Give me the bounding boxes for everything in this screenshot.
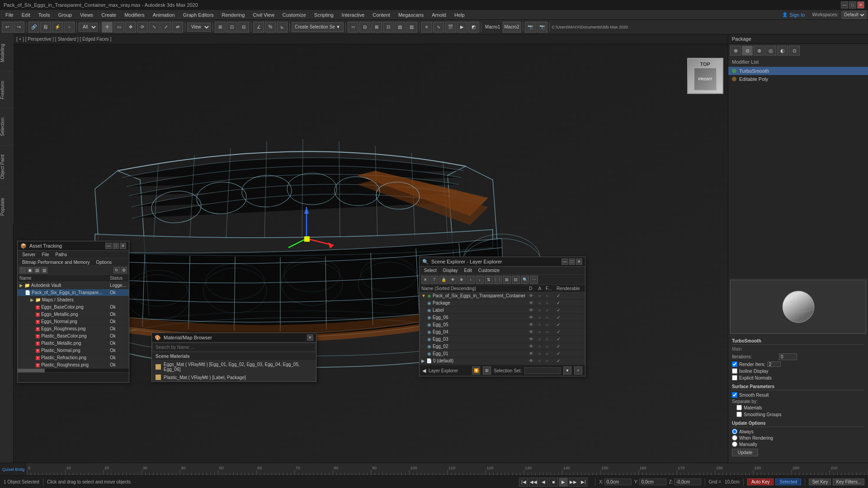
- spinner-snap-btn[interactable]: ⊾: [277, 22, 288, 33]
- menu-animation[interactable]: Animation: [149, 11, 179, 19]
- y-input[interactable]: [639, 479, 666, 485]
- se-row-2[interactable]: ◉Label👁○○✓: [420, 307, 585, 314]
- at-menu-paths[interactable]: Paths: [53, 252, 70, 258]
- render-setup-btn[interactable]: 🎬: [445, 22, 456, 33]
- se-expand-btn[interactable]: ⊞: [503, 276, 511, 284]
- se-down-btn[interactable]: ↓: [476, 276, 484, 284]
- align3-btn[interactable]: ⊡: [383, 22, 394, 33]
- create-selection-btn[interactable]: Create Selection Se ▼: [292, 22, 344, 32]
- ts-iterations-input[interactable]: [779, 353, 797, 360]
- at-row-1[interactable]: 📄Pack_of_Six_Eggs_in_Transpare...Ok: [18, 289, 129, 296]
- rp-tab-hierarchy[interactable]: ⊗: [754, 46, 764, 56]
- rp-tab-motion[interactable]: ◎: [765, 46, 776, 56]
- align2-btn[interactable]: ⊠: [371, 22, 382, 33]
- menu-megascans[interactable]: Megascans: [395, 11, 427, 19]
- menu-views[interactable]: Views: [76, 11, 97, 19]
- se-collapse-btn[interactable]: ⊟: [512, 276, 520, 284]
- timeline-ruler[interactable]: [27, 463, 868, 475]
- bind-btn[interactable]: ⚡: [52, 22, 63, 33]
- at-row-4[interactable]: TEggs_Metallic.pngOk: [18, 311, 129, 318]
- at-row-5[interactable]: TEggs_Normal.pngOk: [18, 318, 129, 325]
- ts-isoline-check[interactable]: [732, 368, 737, 374]
- at-tool2[interactable]: ▣: [27, 267, 33, 273]
- menu-content[interactable]: Content: [369, 11, 394, 19]
- ts-always-radio[interactable]: [732, 429, 737, 434]
- at-row-7[interactable]: TPlastic_BaseColor.pngOk: [18, 333, 129, 340]
- redo-btn[interactable]: ↪: [14, 22, 24, 33]
- mod-item-editablepoly[interactable]: Editable Poly: [728, 75, 868, 83]
- ts-materials-check[interactable]: [736, 405, 742, 410]
- menu-civil-view[interactable]: Civil View: [249, 11, 278, 19]
- pb-key-next[interactable]: ▶|: [579, 478, 588, 487]
- align4-btn[interactable]: ▤: [395, 22, 406, 33]
- se-row-3[interactable]: ◉Egg_06👁○○✓: [420, 314, 585, 321]
- ts-when-rendering-radio[interactable]: [732, 435, 737, 441]
- at-row-10[interactable]: TPlastic_Refraction.pngOk: [18, 354, 129, 361]
- menu-tools[interactable]: Tools: [35, 11, 54, 19]
- rp-tab-utilities[interactable]: ⊙: [789, 46, 800, 56]
- menu-help[interactable]: Help: [451, 11, 468, 19]
- at-tool4[interactable]: ▥: [41, 267, 47, 273]
- se-menu-edit[interactable]: Edit: [462, 267, 475, 273]
- se-row-8[interactable]: ◉Egg_01👁○○✓: [420, 350, 585, 357]
- mb-material-1[interactable]: Plastic_Mat ( VRayMtl ) [Label, Package]: [152, 373, 316, 381]
- menu-group[interactable]: Group: [54, 11, 75, 19]
- se-menu-display[interactable]: Display: [440, 267, 461, 273]
- snap2-btn[interactable]: ⊡: [226, 22, 237, 33]
- se-menu-customize[interactable]: Customize: [476, 267, 502, 273]
- se-sel-add[interactable]: +: [574, 366, 582, 375]
- at-row-0[interactable]: ▶ 📁Autodesk VaultLogge...: [18, 282, 129, 289]
- nav-cube[interactable]: TOP FRONT: [687, 58, 723, 94]
- render2-btn[interactable]: 📷: [525, 22, 536, 33]
- snap3-btn[interactable]: ⊟: [238, 22, 249, 33]
- menu-modifiers[interactable]: Modifiers: [121, 11, 148, 19]
- mb-search-input[interactable]: [153, 343, 315, 352]
- se-freeze-btn[interactable]: ❄: [458, 276, 466, 284]
- menu-rendering[interactable]: Rendering: [218, 11, 249, 19]
- at-row-9[interactable]: TPlastic_Normal.pngOk: [18, 347, 129, 354]
- align-btn[interactable]: ⊟: [359, 22, 370, 33]
- pb-stop[interactable]: ■: [549, 478, 558, 487]
- scale2-btn[interactable]: ⤢: [160, 22, 171, 33]
- pb-play-back[interactable]: ◀: [539, 478, 548, 487]
- timeline-canvas[interactable]: [27, 463, 868, 475]
- mod-item-turbosmoothh[interactable]: TurboSmooth: [728, 67, 868, 75]
- workspaces-select[interactable]: Default: [842, 11, 866, 19]
- se-maximize-btn[interactable]: □: [569, 258, 575, 265]
- rotate-btn[interactable]: ⟳: [137, 22, 148, 33]
- activeshade-btn[interactable]: ◩: [468, 22, 479, 33]
- at-row-6[interactable]: TEggs_Roughness.pngOk: [18, 325, 129, 333]
- render3-btn[interactable]: 📷: [537, 22, 547, 33]
- create-sel-dropdown-icon[interactable]: ▼: [336, 24, 340, 29]
- se-delete-btn[interactable]: ✕: [421, 276, 429, 284]
- set-key-btn[interactable]: Set Key: [809, 479, 831, 485]
- rp-tab-display[interactable]: ◐: [777, 46, 788, 56]
- se-hide-btn[interactable]: 👁: [448, 276, 457, 284]
- at-menu-server[interactable]: Server: [19, 252, 38, 258]
- mb-close-btn[interactable]: ✕: [307, 334, 313, 341]
- snap-btn[interactable]: ⊞: [215, 22, 226, 33]
- undo-btn[interactable]: ↩: [2, 22, 13, 33]
- ts-render-iters-input[interactable]: [767, 361, 781, 367]
- se-cols-btn[interactable]: ⋮⋮: [494, 276, 502, 284]
- se-menu-select[interactable]: Select: [421, 267, 439, 273]
- se-row-5[interactable]: ◉Egg_04👁○○✓: [420, 328, 585, 336]
- at-header[interactable]: 📦 Asset Tracking — □ ✕: [18, 241, 129, 251]
- at-row-8[interactable]: TPlastic_Metallic.pngOk: [18, 340, 129, 347]
- se-find-btn[interactable]: 🔍: [521, 276, 529, 284]
- menu-arnold[interactable]: Arnold: [428, 11, 450, 19]
- at-refresh-btn[interactable]: ↻: [113, 267, 120, 273]
- scale-btn[interactable]: ⤡: [149, 22, 160, 33]
- maximize-btn[interactable]: □: [849, 1, 856, 9]
- close-btn[interactable]: ✕: [857, 1, 864, 9]
- menu-graph-editors[interactable]: Graph Editors: [179, 11, 217, 19]
- at-tool3[interactable]: ▤: [34, 267, 40, 273]
- at-maximize-btn[interactable]: □: [113, 243, 119, 249]
- region-select-btn[interactable]: ▭: [113, 22, 124, 33]
- layer-btn[interactable]: ≡: [421, 22, 432, 33]
- menu-interactive[interactable]: Interactive: [338, 11, 368, 19]
- se-minimize-btn[interactable]: —: [561, 258, 568, 265]
- mb-material-0[interactable]: Eggs_Mat ( VRayMtl ) [Egg_01, Egg_02, Eg…: [152, 361, 316, 373]
- signin-btn[interactable]: Sign In: [789, 12, 805, 18]
- se-filter-btn[interactable]: ⊤: [430, 276, 439, 284]
